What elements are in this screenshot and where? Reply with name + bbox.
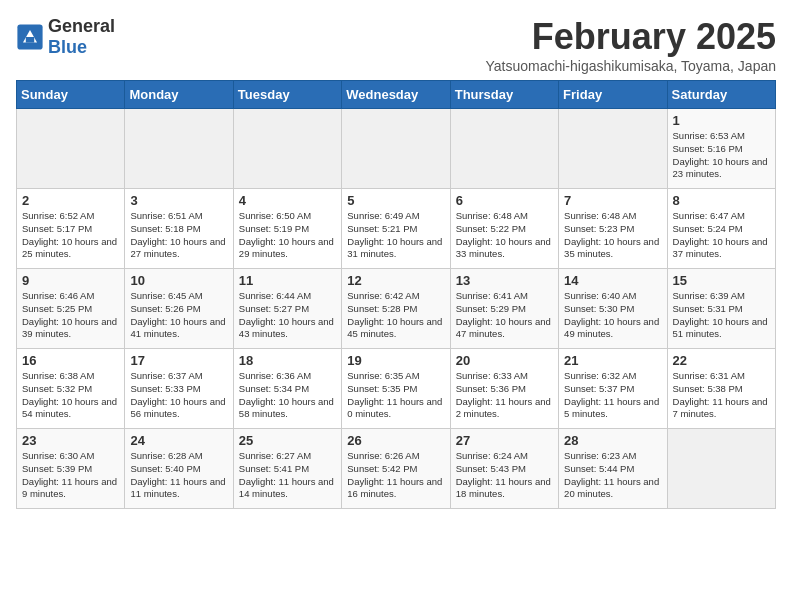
day-number: 27 bbox=[456, 433, 553, 448]
day-cell: 11Sunrise: 6:44 AM Sunset: 5:27 PM Dayli… bbox=[233, 269, 341, 349]
day-cell: 13Sunrise: 6:41 AM Sunset: 5:29 PM Dayli… bbox=[450, 269, 558, 349]
day-number: 13 bbox=[456, 273, 553, 288]
day-cell bbox=[342, 109, 450, 189]
day-cell: 14Sunrise: 6:40 AM Sunset: 5:30 PM Dayli… bbox=[559, 269, 667, 349]
logo-icon bbox=[16, 23, 44, 51]
day-number: 20 bbox=[456, 353, 553, 368]
day-number: 14 bbox=[564, 273, 661, 288]
day-info: Sunrise: 6:45 AM Sunset: 5:26 PM Dayligh… bbox=[130, 290, 227, 341]
day-number: 8 bbox=[673, 193, 770, 208]
day-cell: 27Sunrise: 6:24 AM Sunset: 5:43 PM Dayli… bbox=[450, 429, 558, 509]
day-cell: 6Sunrise: 6:48 AM Sunset: 5:22 PM Daylig… bbox=[450, 189, 558, 269]
day-number: 3 bbox=[130, 193, 227, 208]
day-cell: 3Sunrise: 6:51 AM Sunset: 5:18 PM Daylig… bbox=[125, 189, 233, 269]
day-cell: 20Sunrise: 6:33 AM Sunset: 5:36 PM Dayli… bbox=[450, 349, 558, 429]
day-number: 24 bbox=[130, 433, 227, 448]
week-row-5: 23Sunrise: 6:30 AM Sunset: 5:39 PM Dayli… bbox=[17, 429, 776, 509]
day-info: Sunrise: 6:38 AM Sunset: 5:32 PM Dayligh… bbox=[22, 370, 119, 421]
day-info: Sunrise: 6:30 AM Sunset: 5:39 PM Dayligh… bbox=[22, 450, 119, 501]
day-cell bbox=[233, 109, 341, 189]
day-info: Sunrise: 6:36 AM Sunset: 5:34 PM Dayligh… bbox=[239, 370, 336, 421]
day-cell: 16Sunrise: 6:38 AM Sunset: 5:32 PM Dayli… bbox=[17, 349, 125, 429]
day-info: Sunrise: 6:31 AM Sunset: 5:38 PM Dayligh… bbox=[673, 370, 770, 421]
logo: General Blue bbox=[16, 16, 115, 58]
header-saturday: Saturday bbox=[667, 81, 775, 109]
svg-rect-2 bbox=[26, 37, 34, 43]
logo-text: General Blue bbox=[48, 16, 115, 58]
day-cell: 21Sunrise: 6:32 AM Sunset: 5:37 PM Dayli… bbox=[559, 349, 667, 429]
day-cell: 18Sunrise: 6:36 AM Sunset: 5:34 PM Dayli… bbox=[233, 349, 341, 429]
day-cell: 23Sunrise: 6:30 AM Sunset: 5:39 PM Dayli… bbox=[17, 429, 125, 509]
calendar-title: February 2025 bbox=[485, 16, 776, 58]
day-info: Sunrise: 6:46 AM Sunset: 5:25 PM Dayligh… bbox=[22, 290, 119, 341]
day-cell: 19Sunrise: 6:35 AM Sunset: 5:35 PM Dayli… bbox=[342, 349, 450, 429]
day-number: 10 bbox=[130, 273, 227, 288]
week-row-2: 2Sunrise: 6:52 AM Sunset: 5:17 PM Daylig… bbox=[17, 189, 776, 269]
day-cell: 1Sunrise: 6:53 AM Sunset: 5:16 PM Daylig… bbox=[667, 109, 775, 189]
day-number: 4 bbox=[239, 193, 336, 208]
day-number: 17 bbox=[130, 353, 227, 368]
day-info: Sunrise: 6:41 AM Sunset: 5:29 PM Dayligh… bbox=[456, 290, 553, 341]
day-number: 12 bbox=[347, 273, 444, 288]
logo-general: General bbox=[48, 16, 115, 36]
day-cell: 28Sunrise: 6:23 AM Sunset: 5:44 PM Dayli… bbox=[559, 429, 667, 509]
day-number: 23 bbox=[22, 433, 119, 448]
day-cell: 7Sunrise: 6:48 AM Sunset: 5:23 PM Daylig… bbox=[559, 189, 667, 269]
day-cell: 17Sunrise: 6:37 AM Sunset: 5:33 PM Dayli… bbox=[125, 349, 233, 429]
day-cell bbox=[450, 109, 558, 189]
calendar-header-row: SundayMondayTuesdayWednesdayThursdayFrid… bbox=[17, 81, 776, 109]
day-info: Sunrise: 6:48 AM Sunset: 5:22 PM Dayligh… bbox=[456, 210, 553, 261]
day-cell: 9Sunrise: 6:46 AM Sunset: 5:25 PM Daylig… bbox=[17, 269, 125, 349]
day-info: Sunrise: 6:51 AM Sunset: 5:18 PM Dayligh… bbox=[130, 210, 227, 261]
day-info: Sunrise: 6:53 AM Sunset: 5:16 PM Dayligh… bbox=[673, 130, 770, 181]
logo-blue: Blue bbox=[48, 37, 87, 57]
header-sunday: Sunday bbox=[17, 81, 125, 109]
day-number: 22 bbox=[673, 353, 770, 368]
day-number: 26 bbox=[347, 433, 444, 448]
day-number: 19 bbox=[347, 353, 444, 368]
day-info: Sunrise: 6:24 AM Sunset: 5:43 PM Dayligh… bbox=[456, 450, 553, 501]
day-info: Sunrise: 6:50 AM Sunset: 5:19 PM Dayligh… bbox=[239, 210, 336, 261]
day-info: Sunrise: 6:23 AM Sunset: 5:44 PM Dayligh… bbox=[564, 450, 661, 501]
day-cell: 5Sunrise: 6:49 AM Sunset: 5:21 PM Daylig… bbox=[342, 189, 450, 269]
day-number: 7 bbox=[564, 193, 661, 208]
day-cell: 10Sunrise: 6:45 AM Sunset: 5:26 PM Dayli… bbox=[125, 269, 233, 349]
title-area: February 2025 Yatsuomachi-higashikumisak… bbox=[485, 16, 776, 74]
day-number: 28 bbox=[564, 433, 661, 448]
day-number: 11 bbox=[239, 273, 336, 288]
day-cell bbox=[17, 109, 125, 189]
day-info: Sunrise: 6:48 AM Sunset: 5:23 PM Dayligh… bbox=[564, 210, 661, 261]
day-number: 15 bbox=[673, 273, 770, 288]
day-info: Sunrise: 6:40 AM Sunset: 5:30 PM Dayligh… bbox=[564, 290, 661, 341]
day-info: Sunrise: 6:47 AM Sunset: 5:24 PM Dayligh… bbox=[673, 210, 770, 261]
day-cell: 12Sunrise: 6:42 AM Sunset: 5:28 PM Dayli… bbox=[342, 269, 450, 349]
day-cell bbox=[667, 429, 775, 509]
day-info: Sunrise: 6:33 AM Sunset: 5:36 PM Dayligh… bbox=[456, 370, 553, 421]
day-number: 21 bbox=[564, 353, 661, 368]
day-info: Sunrise: 6:39 AM Sunset: 5:31 PM Dayligh… bbox=[673, 290, 770, 341]
day-info: Sunrise: 6:44 AM Sunset: 5:27 PM Dayligh… bbox=[239, 290, 336, 341]
day-cell: 8Sunrise: 6:47 AM Sunset: 5:24 PM Daylig… bbox=[667, 189, 775, 269]
day-info: Sunrise: 6:35 AM Sunset: 5:35 PM Dayligh… bbox=[347, 370, 444, 421]
day-info: Sunrise: 6:42 AM Sunset: 5:28 PM Dayligh… bbox=[347, 290, 444, 341]
day-cell bbox=[559, 109, 667, 189]
day-number: 2 bbox=[22, 193, 119, 208]
day-cell: 15Sunrise: 6:39 AM Sunset: 5:31 PM Dayli… bbox=[667, 269, 775, 349]
day-cell: 25Sunrise: 6:27 AM Sunset: 5:41 PM Dayli… bbox=[233, 429, 341, 509]
calendar-subtitle: Yatsuomachi-higashikumisaka, Toyama, Jap… bbox=[485, 58, 776, 74]
calendar-table: SundayMondayTuesdayWednesdayThursdayFrid… bbox=[16, 80, 776, 509]
day-info: Sunrise: 6:32 AM Sunset: 5:37 PM Dayligh… bbox=[564, 370, 661, 421]
day-info: Sunrise: 6:52 AM Sunset: 5:17 PM Dayligh… bbox=[22, 210, 119, 261]
day-info: Sunrise: 6:26 AM Sunset: 5:42 PM Dayligh… bbox=[347, 450, 444, 501]
day-number: 25 bbox=[239, 433, 336, 448]
header-tuesday: Tuesday bbox=[233, 81, 341, 109]
day-info: Sunrise: 6:49 AM Sunset: 5:21 PM Dayligh… bbox=[347, 210, 444, 261]
week-row-4: 16Sunrise: 6:38 AM Sunset: 5:32 PM Dayli… bbox=[17, 349, 776, 429]
day-cell bbox=[125, 109, 233, 189]
day-number: 6 bbox=[456, 193, 553, 208]
day-info: Sunrise: 6:37 AM Sunset: 5:33 PM Dayligh… bbox=[130, 370, 227, 421]
day-cell: 2Sunrise: 6:52 AM Sunset: 5:17 PM Daylig… bbox=[17, 189, 125, 269]
day-cell: 24Sunrise: 6:28 AM Sunset: 5:40 PM Dayli… bbox=[125, 429, 233, 509]
day-number: 18 bbox=[239, 353, 336, 368]
header-thursday: Thursday bbox=[450, 81, 558, 109]
